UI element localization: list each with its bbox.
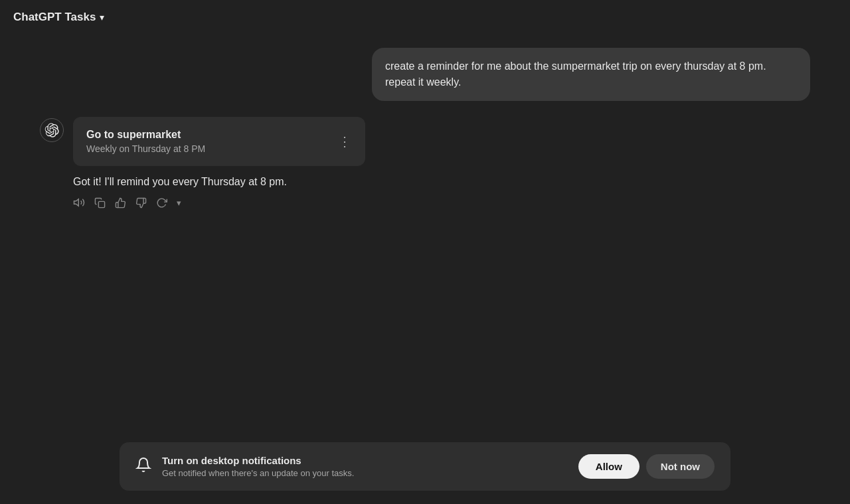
- task-card-title: Go to supermarket: [86, 129, 205, 141]
- page-title: ChatGPT Tasks: [13, 11, 96, 24]
- notification-text-group: Turn on desktop notifications Get notifi…: [162, 455, 568, 478]
- assistant-text-area: Got it! I'll remind you every Thursday a…: [40, 174, 810, 209]
- header: ChatGPT Tasks ▾: [0, 0, 850, 35]
- task-card-schedule: Weekly on Thursday at 8 PM: [86, 143, 205, 154]
- assistant-message-wrapper: Go to supermarket Weekly on Thursday at …: [40, 117, 810, 209]
- thumbs-up-icon[interactable]: [115, 197, 126, 209]
- assistant-response-text: Got it! I'll remind you every Thursday a…: [73, 174, 810, 190]
- thumbs-down-icon[interactable]: [135, 197, 147, 209]
- refresh-icon[interactable]: [156, 197, 167, 209]
- assistant-message-row: Go to supermarket Weekly on Thursday at …: [40, 117, 810, 166]
- notification-buttons: Allow Not now: [578, 454, 715, 479]
- notification-banner: Turn on desktop notifications Get notifi…: [120, 442, 730, 491]
- not-now-button[interactable]: Not now: [646, 454, 715, 479]
- svg-rect-1: [98, 201, 104, 207]
- avatar: [40, 118, 64, 142]
- task-card-info: Go to supermarket Weekly on Thursday at …: [86, 129, 205, 154]
- allow-button[interactable]: Allow: [578, 454, 639, 479]
- copy-icon[interactable]: [94, 197, 106, 209]
- user-message-text: create a reminder for me about the sumpe…: [385, 60, 766, 88]
- notification-subtitle: Get notified when there's an update on y…: [162, 468, 568, 478]
- user-message-bubble: create a reminder for me about the sumpe…: [372, 48, 810, 101]
- notification-title: Turn on desktop notifications: [162, 455, 568, 466]
- user-message-wrapper: create a reminder for me about the sumpe…: [40, 48, 810, 101]
- bell-icon: [135, 457, 151, 477]
- chevron-down-icon[interactable]: ▾: [100, 12, 104, 23]
- read-aloud-icon[interactable]: [73, 197, 85, 209]
- task-card-menu-button[interactable]: ⋮: [338, 135, 352, 148]
- chat-area: create a reminder for me about the sumpe…: [0, 35, 850, 222]
- action-icons-row: ▾: [73, 197, 810, 209]
- task-card: Go to supermarket Weekly on Thursday at …: [73, 117, 365, 166]
- svg-marker-0: [74, 199, 79, 207]
- expand-icon[interactable]: ▾: [177, 198, 181, 208]
